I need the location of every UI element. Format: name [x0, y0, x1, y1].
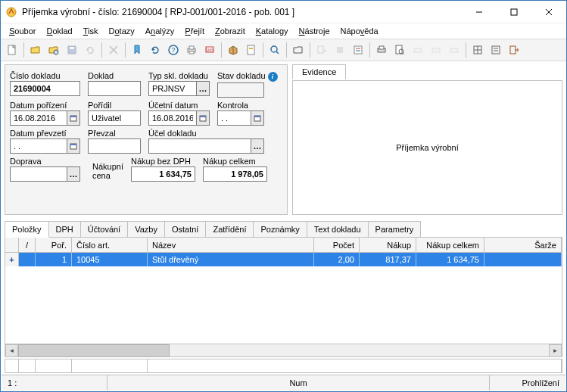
tab-vazby[interactable]: Vazby — [127, 221, 165, 237]
tab-zatrideni[interactable]: Zatřídění — [205, 221, 254, 237]
maximize-button[interactable] — [497, 1, 531, 23]
tab-uctovani[interactable]: Účtování — [80, 221, 128, 237]
find-bar[interactable] — [5, 359, 562, 373]
cell-nazev: Stůl dřevěný — [148, 253, 314, 266]
nakup-celkem-input[interactable] — [203, 166, 267, 182]
menu-soubor[interactable]: Soubor — [4, 25, 41, 37]
refresh-icon[interactable] — [147, 42, 164, 58]
col-cislo[interactable]: Číslo art. — [72, 238, 148, 252]
ucel-input[interactable] — [148, 138, 251, 154]
exit-icon[interactable] — [506, 42, 522, 58]
nakupni-cena-label: Nákupní cena — [92, 162, 123, 180]
open-icon[interactable] — [27, 42, 44, 58]
folder-icon[interactable] — [290, 42, 307, 58]
print-icon[interactable] — [183, 42, 200, 58]
ucetni-datum-cal[interactable] — [196, 110, 210, 126]
sms-icon[interactable]: SMS — [201, 42, 218, 58]
open2-icon[interactable] — [45, 42, 62, 58]
menu-dotazy[interactable]: Dotazy — [104, 25, 140, 37]
kontrola-cal[interactable] — [251, 110, 264, 126]
ucetni-datum-input[interactable] — [148, 110, 196, 126]
menu-tisk[interactable]: Tisk — [78, 25, 104, 37]
menu-doklad[interactable]: Doklad — [41, 25, 77, 37]
stop-icon — [332, 42, 348, 58]
typ-skl-input[interactable] — [148, 81, 196, 96]
col-slash[interactable]: / — [19, 238, 36, 252]
minimize-button[interactable] — [462, 1, 497, 23]
col-nakup[interactable]: Nákup — [360, 238, 416, 252]
save-icon — [64, 42, 80, 58]
typ-skl-lookup[interactable]: … — [196, 81, 210, 96]
search-icon[interactable] — [266, 42, 283, 58]
scroll-right-button[interactable]: ► — [549, 344, 562, 357]
sheet-icon[interactable] — [243, 42, 260, 58]
prevzal-input[interactable] — [88, 138, 141, 154]
svg-rect-15 — [189, 51, 194, 54]
poridil-input[interactable] — [88, 110, 141, 126]
tab-text-dokladu[interactable]: Text dokladu — [307, 221, 369, 237]
status-bar: 1 : Num Prohlížení — [2, 375, 565, 390]
tab-polozky[interactable]: Položky — [5, 221, 49, 238]
menu-nastroje[interactable]: Nástroje — [294, 25, 335, 37]
typ-skl-label: Typ skl. dokladu — [148, 71, 210, 80]
datum-prevzeti-cal[interactable] — [67, 138, 80, 154]
datum-porizeni-cal[interactable] — [67, 110, 80, 126]
col-pocet[interactable]: Počet — [314, 238, 360, 252]
tab-poznamky[interactable]: Poznámky — [253, 221, 307, 237]
col-nazev[interactable]: Název — [148, 238, 314, 252]
box-icon[interactable] — [225, 42, 241, 58]
grid-row[interactable]: + 1 10045 Stůl dřevěný 2,00 817,37 1 634… — [5, 253, 562, 266]
close-button[interactable] — [531, 1, 566, 23]
menu-katalogy[interactable]: Katalogy — [251, 25, 294, 37]
side-tab-evidence[interactable]: Evidence — [292, 64, 346, 79]
datum-porizeni-input[interactable] — [10, 110, 67, 126]
new-icon[interactable] — [4, 42, 20, 58]
menu-napoveda[interactable]: Nápověda — [335, 25, 384, 37]
scroll-left-button[interactable]: ◄ — [5, 344, 18, 357]
preview-icon[interactable] — [391, 42, 408, 58]
info-icon[interactable]: i — [268, 72, 278, 82]
row-plus-icon[interactable]: + — [5, 253, 19, 266]
grid-body[interactable]: + 1 10045 Stůl dřevěný 2,00 817,37 1 634… — [5, 253, 562, 344]
ledger-icon[interactable] — [350, 42, 366, 58]
form-icon[interactable] — [488, 42, 504, 58]
doprava-input[interactable] — [10, 166, 67, 182]
scroll-thumb[interactable] — [18, 344, 170, 357]
menu-prejit[interactable]: Přejít — [179, 25, 210, 37]
doklad-label: Doklad — [88, 71, 141, 80]
side-text: Příjemka výrobní — [396, 143, 459, 152]
horizontal-scrollbar[interactable]: ◄ ► — [5, 344, 562, 356]
bookmark-icon[interactable] — [129, 42, 145, 58]
detail-tabs: Položky DPH Účtování Vazby Ostatní Zatří… — [5, 221, 562, 237]
col-por[interactable]: Poř. — [36, 238, 72, 252]
svg-rect-33 — [414, 48, 422, 52]
cislo-dokladu-input[interactable] — [10, 81, 80, 96]
cell-nakup-celkem: 1 634,75 — [416, 253, 484, 266]
app-icon — [5, 6, 17, 18]
status-mode: Prohlížení — [490, 375, 565, 390]
ucel-label: Účel dokladu — [148, 129, 264, 138]
side-panel: Evidence Příjemka výrobní — [292, 64, 562, 215]
tab-ostatni[interactable]: Ostatní — [164, 221, 206, 237]
doprava-lookup[interactable]: … — [67, 166, 80, 182]
cell-nakup: 817,37 — [360, 253, 416, 266]
tab-parametry[interactable]: Parametry — [368, 221, 422, 237]
menu-zobrazit[interactable]: Zobrazit — [210, 25, 251, 37]
print2-icon[interactable] — [373, 42, 390, 58]
grid-corner[interactable] — [5, 238, 19, 252]
title-bar: Příjemka výrobní - číslo: 21690004 [ RPJ… — [1, 1, 566, 23]
cislo-dokladu-label: Číslo dokladu — [10, 71, 80, 80]
menu-analyzy[interactable]: Analýzy — [140, 25, 180, 37]
nakup-bez-input[interactable] — [131, 166, 195, 182]
col-nakup-celkem[interactable]: Nákup celkem — [416, 238, 484, 252]
svg-rect-44 — [70, 116, 76, 117]
kontrola-input[interactable] — [217, 110, 251, 126]
ucel-lookup[interactable]: … — [251, 138, 264, 154]
col-sarze[interactable]: Šarže — [484, 238, 562, 252]
help-icon[interactable]: ? — [165, 42, 182, 58]
tab-dph[interactable]: DPH — [48, 221, 81, 237]
datum-prevzeti-input[interactable] — [10, 138, 67, 154]
menu-bar: Soubor Doklad Tisk Dotazy Analýzy Přejít… — [1, 23, 566, 39]
doklad-input[interactable] — [88, 81, 141, 96]
grid-icon[interactable] — [469, 42, 486, 58]
